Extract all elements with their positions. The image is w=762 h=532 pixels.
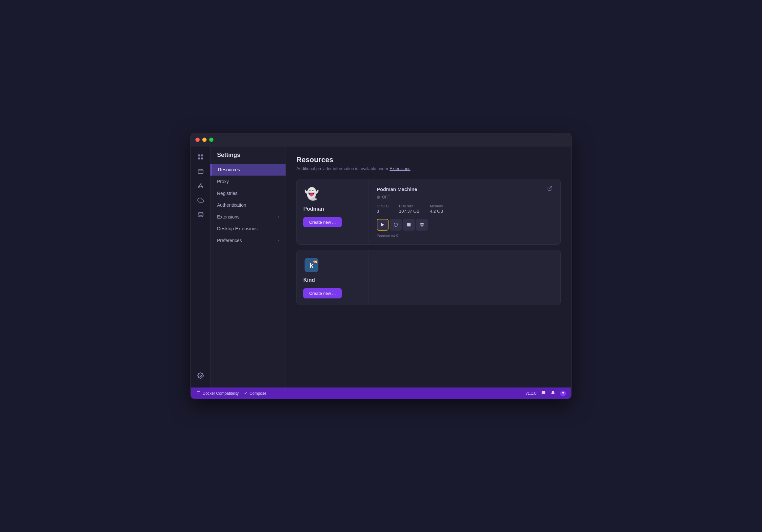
podman-memory-stat: Memory 4.2 GB (430, 204, 443, 214)
compose-check-icon: ✓ (244, 391, 248, 396)
docker-compat-item[interactable]: Docker Compatibility (196, 390, 239, 396)
version-label: v1.1.0 (526, 391, 536, 396)
svg-text:k: k (310, 262, 313, 269)
icon-sidebar-bottom (194, 369, 207, 384)
podman-provider-left: 👻 Podman Create new ... (297, 179, 369, 244)
compose-label: Compose (250, 391, 266, 396)
app-body: Settings Resources Proxy Registries Auth… (191, 146, 571, 387)
svg-line-10 (201, 186, 202, 187)
sidebar-item-containers[interactable] (194, 165, 207, 178)
nav-sidebar: Settings Resources Proxy Registries Auth… (210, 146, 286, 387)
page-title: Resources (296, 156, 561, 164)
statusbar-right: v1.1.0 ? (526, 390, 566, 396)
extensions-arrow-icon: › (278, 215, 279, 219)
notifications-icon[interactable] (551, 390, 556, 396)
close-button[interactable] (195, 138, 200, 142)
kind-logo: k VAL (303, 257, 320, 273)
chat-icon[interactable] (541, 390, 546, 396)
podman-restart-button[interactable] (390, 219, 402, 231)
app-window: Settings Resources Proxy Registries Auth… (190, 133, 572, 399)
traffic-lights (195, 138, 213, 142)
statusbar-left: Docker Compatibility ✓ Compose (196, 390, 266, 396)
extensions-link[interactable]: Extensions (390, 166, 411, 171)
kind-provider-name: Kind (303, 277, 315, 283)
podman-external-link-icon[interactable] (547, 186, 553, 192)
statusbar: Docker Compatibility ✓ Compose v1.1.0 ? (191, 387, 571, 399)
svg-point-8 (198, 187, 199, 188)
svg-rect-1 (201, 155, 203, 157)
svg-point-7 (202, 187, 203, 188)
nav-item-extensions[interactable]: Extensions › (210, 211, 286, 223)
sidebar-item-volumes[interactable] (194, 208, 207, 221)
preferences-arrow-icon: › (278, 238, 279, 243)
svg-point-5 (199, 185, 202, 187)
nav-item-authentication[interactable]: Authentication (210, 199, 286, 211)
podman-provider-right: Podman Machine OFF (369, 179, 560, 244)
podman-machine-name: Podman Machine (377, 186, 417, 192)
svg-point-13 (200, 375, 201, 377)
podman-status-text: OFF (382, 195, 390, 200)
titlebar (191, 133, 571, 146)
svg-line-14 (550, 186, 552, 189)
sidebar-item-dashboard[interactable] (194, 150, 207, 164)
kind-provider-right (369, 250, 560, 305)
nav-item-proxy[interactable]: Proxy (210, 175, 286, 187)
svg-rect-2 (198, 158, 200, 160)
page-subtitle: Additional provider information is avail… (296, 166, 561, 171)
nav-item-preferences[interactable]: Preferences › (210, 234, 286, 246)
sidebar-item-cloud[interactable] (194, 194, 207, 207)
nav-item-desktop-extensions[interactable]: Desktop Extensions (210, 223, 286, 234)
sidebar-item-pods[interactable] (194, 179, 207, 192)
podman-logo: 👻 (303, 186, 320, 202)
podman-create-btn[interactable]: Create new ... (303, 217, 342, 227)
podman-start-button[interactable] (377, 219, 389, 231)
nav-item-resources[interactable]: Resources (210, 164, 286, 175)
podman-stop-button[interactable] (403, 219, 415, 231)
svg-rect-16 (407, 223, 411, 227)
svg-rect-4 (198, 170, 203, 173)
kind-provider-card: k VAL Kind Create new ... (296, 250, 561, 305)
podman-machine-status: OFF (377, 195, 553, 200)
compose-item[interactable]: ✓ Compose (244, 391, 266, 396)
minimize-button[interactable] (202, 138, 206, 142)
svg-rect-3 (201, 158, 203, 160)
help-icon[interactable]: ? (560, 390, 566, 396)
podman-machine-stats: CPU(s) 3 Disk size 107.37 GB Memory 4.2 … (377, 204, 553, 214)
svg-point-6 (200, 183, 201, 184)
podman-provider-card: 👻 Podman Create new ... Podman Machine (296, 179, 561, 245)
podman-disk-stat: Disk size 107.37 GB (399, 204, 419, 214)
svg-text:VAL: VAL (313, 261, 317, 263)
svg-rect-0 (198, 155, 200, 157)
icon-sidebar (191, 146, 210, 387)
settings-title: Settings (210, 152, 286, 164)
svg-marker-15 (381, 223, 384, 227)
podman-machine-header: Podman Machine (377, 186, 553, 192)
main-content: Resources Additional provider informatio… (286, 146, 571, 387)
nav-item-registries[interactable]: Registries (210, 187, 286, 199)
podman-provider-name: Podman (303, 206, 324, 212)
maximize-button[interactable] (209, 138, 213, 142)
docker-compat-icon (196, 390, 201, 396)
podman-cpu-stat: CPU(s) 3 (377, 204, 389, 214)
svg-line-11 (199, 186, 200, 187)
podman-machine-actions (377, 219, 553, 231)
podman-status-dot (377, 196, 380, 199)
podman-version: Podman v4.5.1 (377, 234, 553, 238)
kind-create-btn[interactable]: Create new ... (303, 288, 342, 299)
kind-provider-left: k VAL Kind Create new ... (297, 250, 369, 305)
svg-point-12 (198, 212, 203, 214)
podman-delete-button[interactable] (416, 219, 428, 231)
docker-compat-label: Docker Compatibility (203, 391, 239, 396)
sidebar-item-settings[interactable] (194, 369, 207, 382)
